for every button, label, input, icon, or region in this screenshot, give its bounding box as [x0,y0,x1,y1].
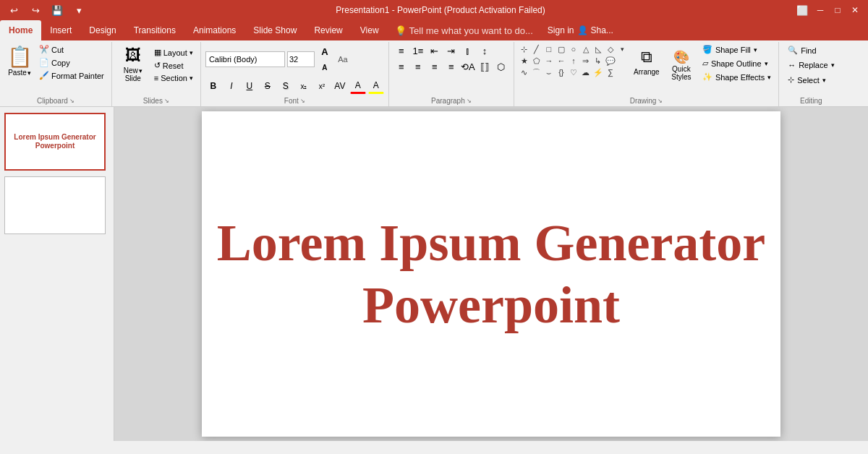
highlight-button[interactable]: A [368,78,384,94]
right-arrow-shape[interactable]: ⇒ [580,55,592,67]
lightning-shape[interactable]: ⚡ [592,67,604,78]
decrease-indent-button[interactable]: ⇤ [427,43,443,58]
align-right-button[interactable]: ≡ [427,59,443,74]
slide-thumb-2[interactable]: 2 [4,176,106,234]
line-spacing-button[interactable]: ↕ [477,43,493,58]
format-painter-button[interactable]: 🖌️ Format Painter [36,69,107,82]
more-shapes-btn[interactable]: ▾ [617,43,629,55]
new-slide-button[interactable]: 🖼 New ▾ Slide [116,43,150,85]
tab-insert[interactable]: Insert [41,20,80,40]
minimize-button[interactable]: ─ [813,3,827,17]
left-arrow-shape[interactable]: ← [556,55,567,67]
signin-button[interactable]: Sign in 👤 Sha... [540,20,621,40]
screen-options-button[interactable]: ⬜ [794,2,810,18]
paste-button[interactable]: 📋 Paste ▾ [4,43,35,85]
round-rect-shape[interactable]: ▢ [556,43,567,55]
convert-to-smartart-button[interactable]: ⬡ [493,59,509,74]
slides-expand-icon[interactable]: ↘ [164,98,169,104]
font-name-input[interactable] [205,51,285,67]
tab-review[interactable]: Review [305,20,351,40]
arrange-button[interactable]: ⧉ Arrange [630,43,663,84]
tab-animations[interactable]: Animations [184,20,244,40]
restore-button[interactable]: □ [830,3,845,17]
layout-button[interactable]: ▦ Layout ▾ [151,46,196,59]
align-left-button[interactable]: ≡ [393,59,409,74]
drawing-expand-icon[interactable]: ↘ [658,98,663,104]
oval-shape[interactable]: ○ [568,43,579,55]
columns-button[interactable]: ⫿ [460,43,476,58]
copy-button[interactable]: 📄 Copy [36,56,107,69]
bullets-button[interactable]: ≡ [393,43,409,58]
title-bar: ↩ ↪ 💾 ▾ Presentation1 - PowerPoint (Prod… [0,0,868,20]
font-spacing-button[interactable]: AV [332,78,348,94]
cloud-shape[interactable]: ☁ [580,67,592,78]
reset-button[interactable]: ↺ Reset [151,59,196,72]
justify-button[interactable]: ≡ [443,59,459,74]
shape-outline-button[interactable]: ▱ Shape Outline ▾ [699,57,774,69]
text-direction-button[interactable]: ⟲A [460,59,476,74]
section-button[interactable]: ≡ Section ▾ [151,72,196,84]
bold-button[interactable]: B [205,78,221,94]
increase-indent-button[interactable]: ⇥ [443,43,459,58]
circle-callout-shape[interactable]: 💬 [605,55,616,67]
save-button[interactable]: 💾 [49,2,65,18]
close-button[interactable]: ✕ [848,3,862,17]
quick-styles-button[interactable]: 🎨 Quick Styles [665,43,698,84]
smart-art-button[interactable]: ⟦⟧ [477,59,493,74]
underline-button[interactable]: U [242,78,258,94]
font-expand-icon[interactable]: ↘ [300,98,305,104]
superscript-button[interactable]: x² [314,78,330,94]
select-arrow-icon: ▾ [822,77,826,84]
find-button[interactable]: 🔍 Find [783,43,838,57]
bent-arrow-shape[interactable]: ↳ [592,55,604,67]
font-size-input[interactable] [287,51,315,67]
shape-fill-button[interactable]: 🪣 Shape Fill ▾ [699,43,774,56]
slide-canvas[interactable]: Lorem Ipsum Generator Powerpoint [202,111,780,437]
line-shape[interactable]: ╱ [531,43,542,55]
slide-thumb-1[interactable]: 1 Lorem Ipsum Generator Powerpoint [4,113,106,171]
triangle-shape[interactable]: △ [580,43,592,55]
tell-me-text[interactable]: Tell me what you want to do... [409,25,533,36]
select-button[interactable]: ⊹ Select ▾ [783,73,838,87]
subscript-button[interactable]: x₂ [296,78,312,94]
tab-design[interactable]: Design [80,20,124,40]
paragraph-expand-icon[interactable]: ↘ [467,98,472,104]
font-color-button[interactable]: A [350,78,366,94]
clipboard-expand-icon[interactable]: ↘ [69,98,75,104]
replace-button[interactable]: ↔ Replace ▾ [783,59,838,72]
customize-button[interactable]: ▾ [71,2,87,18]
curve-line-shape[interactable]: ∿ [519,67,530,78]
italic-button[interactable]: I [224,78,239,94]
pentagon-shape[interactable]: ⬠ [531,55,542,67]
tab-slideshow[interactable]: Slide Show [244,20,305,40]
rect-shape[interactable]: □ [543,43,555,55]
redo-button[interactable]: ↪ [27,2,43,18]
undo-button[interactable]: ↩ [6,2,22,18]
paragraph-group: ≡ 1≡ ⇤ ⇥ ⫿ ↕ ≡ ≡ ≡ ≡ ⟲A ⟦⟧ ⬡ Paragraph ↘ [389,42,514,106]
equation-shape[interactable]: ∑ [605,67,616,78]
star-shape[interactable]: ★ [519,55,530,67]
up-arrow-shape[interactable]: ↑ [568,55,579,67]
numbering-button[interactable]: 1≡ [410,43,426,58]
shape-effects-button[interactable]: ✨ Shape Effects ▾ [699,71,774,83]
align-center-button[interactable]: ≡ [410,59,426,74]
bracket-shape[interactable]: {} [556,67,567,78]
freeform-shape[interactable]: ⌣ [543,67,555,78]
scissors-icon: ✂️ [39,45,49,54]
select-shape[interactable]: ⊹ [519,43,530,55]
squiggle-shape[interactable]: ⌒ [531,67,542,78]
cut-button[interactable]: ✂️ Cut [36,43,107,56]
shadow-button[interactable]: S [278,78,294,94]
right-triangle-shape[interactable]: ◺ [592,43,604,55]
tab-transitions[interactable]: Transitions [125,20,184,40]
arrow-shape[interactable]: → [543,55,555,67]
heart-shape[interactable]: ♡ [568,67,579,78]
diamond-shape[interactable]: ◇ [605,43,616,55]
strikethrough-button[interactable]: S [260,78,276,94]
tab-view[interactable]: View [352,20,388,40]
tell-me-area[interactable]: 💡 Tell me what you want to do... [388,20,540,40]
increase-font-button[interactable]: A [317,43,333,59]
clear-formatting-button[interactable]: Aa [335,51,351,67]
decrease-font-button[interactable]: A [317,59,333,75]
tab-home[interactable]: Home [0,20,41,40]
